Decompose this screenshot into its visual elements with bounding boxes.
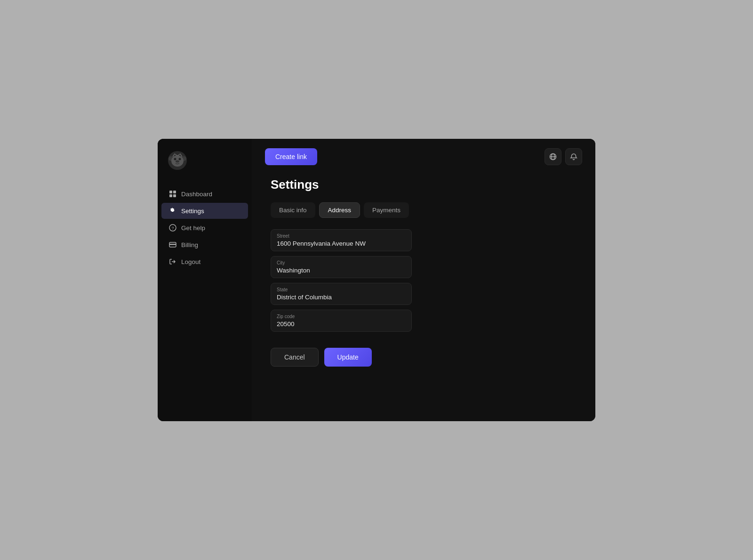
sidebar-item-billing-label: Billing [181,241,198,248]
sidebar-item-dashboard[interactable]: Dashboard [161,186,248,202]
svg-text:?: ? [172,226,174,231]
help-icon: ? [169,224,176,232]
sidebar-item-billing[interactable]: Billing [161,237,248,253]
page-content: Settings Basic info Address Payments Str… [252,173,595,421]
create-link-button[interactable]: Create link [265,148,317,165]
app-window: Dashboard Settings ? Get help [158,139,595,421]
street-wrapper: Street [271,229,412,251]
logo-icon [167,150,188,171]
svg-point-5 [179,158,181,160]
state-input[interactable] [277,294,406,301]
cancel-button[interactable]: Cancel [271,348,319,367]
svg-point-6 [176,160,179,163]
sidebar-item-logout[interactable]: Logout [161,254,248,270]
header: Create link [252,139,595,173]
street-field-group: Street [271,229,412,251]
main-content: Create link Settings [252,139,595,421]
city-label: City [277,260,406,265]
svg-rect-14 [169,244,176,245]
address-form: Street City State [271,229,412,367]
tabs: Basic info Address Payments [271,202,577,218]
globe-button[interactable] [545,148,561,165]
sidebar-item-settings[interactable]: Settings [161,203,248,219]
svg-point-4 [174,158,176,160]
sidebar: Dashboard Settings ? Get help [158,139,252,421]
state-field-group: State [271,283,412,305]
sidebar-item-dashboard-label: Dashboard [181,191,212,198]
sidebar-item-get-help[interactable]: ? Get help [161,220,248,236]
sidebar-item-logout-label: Logout [181,258,200,265]
svg-rect-7 [169,191,172,193]
svg-rect-10 [173,194,176,197]
city-input[interactable] [277,267,406,274]
sidebar-item-get-help-label: Get help [181,224,205,232]
street-input[interactable] [277,240,406,247]
grid-icon [169,190,176,198]
state-label: State [277,287,406,292]
tab-payments[interactable]: Payments [364,202,409,218]
card-icon [169,241,176,248]
logout-icon [169,258,176,265]
city-wrapper: City [271,256,412,278]
zip-field-group: Zip code [271,310,412,332]
bell-button[interactable] [565,148,582,165]
svg-rect-9 [169,194,172,197]
action-buttons: Cancel Update [271,348,412,367]
update-button[interactable]: Update [324,348,372,367]
sidebar-item-settings-label: Settings [181,208,204,215]
tab-basic-info[interactable]: Basic info [271,202,315,218]
header-actions [545,148,582,165]
zip-input[interactable] [277,320,406,328]
nav-items: Dashboard Settings ? Get help [158,186,252,270]
logo-area [158,150,252,186]
zip-label: Zip code [277,314,406,319]
svg-rect-8 [173,191,176,193]
zip-wrapper: Zip code [271,310,412,332]
bell-icon [570,153,577,160]
page-title: Settings [271,177,577,192]
gear-icon [169,207,176,215]
globe-icon [549,153,557,160]
tab-address[interactable]: Address [319,202,360,218]
state-wrapper: State [271,283,412,305]
city-field-group: City [271,256,412,278]
street-label: Street [277,233,406,239]
